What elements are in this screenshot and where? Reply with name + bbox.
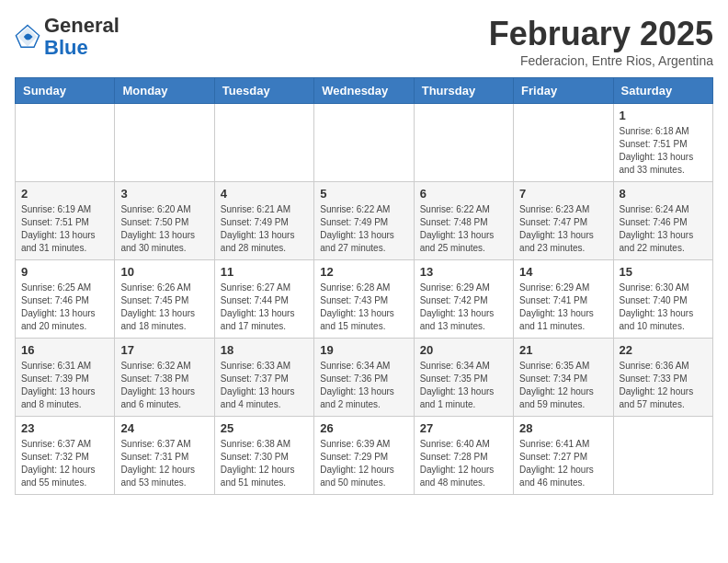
day-info: Sunrise: 6:37 AM Sunset: 7:31 PM Dayligh…: [120, 438, 208, 489]
calendar-week-row: 16Sunrise: 6:31 AM Sunset: 7:39 PM Dayli…: [16, 339, 713, 417]
month-title: February 2025: [489, 15, 713, 53]
calendar-cell: 21Sunrise: 6:35 AM Sunset: 7:34 PM Dayli…: [514, 339, 613, 417]
day-info: Sunrise: 6:18 AM Sunset: 7:51 PM Dayligh…: [620, 125, 707, 177]
calendar-cell: 13Sunrise: 6:29 AM Sunset: 7:42 PM Dayli…: [414, 260, 513, 339]
calendar-week-row: 1Sunrise: 6:18 AM Sunset: 7:51 PM Daylig…: [16, 104, 713, 182]
day-info: Sunrise: 6:29 AM Sunset: 7:42 PM Dayligh…: [420, 282, 507, 333]
location-subtitle: Federacion, Entre Rios, Argentina: [489, 53, 713, 68]
calendar-cell: 26Sunrise: 6:39 AM Sunset: 7:29 PM Dayli…: [314, 417, 414, 495]
calendar-week-row: 9Sunrise: 6:25 AM Sunset: 7:46 PM Daylig…: [16, 260, 713, 339]
day-number: 4: [221, 187, 308, 201]
day-number: 27: [420, 421, 507, 435]
calendar-cell: 17Sunrise: 6:32 AM Sunset: 7:38 PM Dayli…: [115, 339, 214, 417]
day-number: 9: [21, 265, 108, 279]
calendar-cell: 25Sunrise: 6:38 AM Sunset: 7:30 PM Dayli…: [214, 417, 313, 495]
day-number: 10: [120, 265, 208, 279]
logo-general-text: General: [44, 14, 119, 37]
day-number: 26: [320, 421, 407, 435]
calendar-week-row: 2Sunrise: 6:19 AM Sunset: 7:51 PM Daylig…: [16, 182, 713, 260]
calendar-cell: 22Sunrise: 6:36 AM Sunset: 7:33 PM Dayli…: [613, 339, 712, 417]
day-number: 15: [620, 265, 707, 279]
calendar-cell: [115, 104, 214, 182]
day-info: Sunrise: 6:24 AM Sunset: 7:46 PM Dayligh…: [620, 203, 707, 255]
calendar-cell: 18Sunrise: 6:33 AM Sunset: 7:37 PM Dayli…: [214, 339, 313, 417]
day-number: 12: [320, 265, 407, 279]
calendar-cell: 23Sunrise: 6:37 AM Sunset: 7:32 PM Dayli…: [16, 417, 115, 495]
day-info: Sunrise: 6:36 AM Sunset: 7:33 PM Dayligh…: [620, 360, 707, 411]
day-number: 14: [519, 265, 607, 279]
day-info: Sunrise: 6:40 AM Sunset: 7:28 PM Dayligh…: [420, 438, 507, 489]
day-number: 17: [120, 343, 208, 357]
day-info: Sunrise: 6:31 AM Sunset: 7:39 PM Dayligh…: [21, 360, 108, 411]
calendar-cell: 8Sunrise: 6:24 AM Sunset: 7:46 PM Daylig…: [613, 182, 712, 260]
day-number: 13: [420, 265, 507, 279]
day-number: 3: [120, 187, 208, 201]
day-info: Sunrise: 6:37 AM Sunset: 7:32 PM Dayligh…: [21, 438, 108, 489]
day-number: 5: [320, 187, 407, 201]
day-number: 8: [620, 187, 707, 201]
weekday-header-thursday: Thursday: [414, 78, 513, 104]
weekday-header-saturday: Saturday: [613, 78, 712, 104]
day-number: 28: [519, 421, 607, 435]
calendar-cell: [514, 104, 613, 182]
calendar-cell: [414, 104, 513, 182]
logo-icon: [15, 24, 40, 50]
calendar-cell: 6Sunrise: 6:22 AM Sunset: 7:48 PM Daylig…: [414, 182, 513, 260]
day-number: 6: [420, 187, 507, 201]
calendar-cell: 11Sunrise: 6:27 AM Sunset: 7:44 PM Dayli…: [214, 260, 313, 339]
day-number: 18: [221, 343, 308, 357]
day-number: 20: [420, 343, 507, 357]
calendar-cell: 16Sunrise: 6:31 AM Sunset: 7:39 PM Dayli…: [16, 339, 115, 417]
day-info: Sunrise: 6:34 AM Sunset: 7:36 PM Dayligh…: [320, 360, 407, 411]
day-number: 1: [620, 109, 707, 122]
calendar-cell: [314, 104, 414, 182]
day-info: Sunrise: 6:34 AM Sunset: 7:35 PM Dayligh…: [420, 360, 507, 411]
calendar-cell: 19Sunrise: 6:34 AM Sunset: 7:36 PM Dayli…: [314, 339, 414, 417]
calendar-cell: 2Sunrise: 6:19 AM Sunset: 7:51 PM Daylig…: [16, 182, 115, 260]
day-info: Sunrise: 6:32 AM Sunset: 7:38 PM Dayligh…: [120, 360, 208, 411]
day-info: Sunrise: 6:27 AM Sunset: 7:44 PM Dayligh…: [221, 282, 308, 333]
calendar-cell: 1Sunrise: 6:18 AM Sunset: 7:51 PM Daylig…: [613, 104, 712, 182]
day-info: Sunrise: 6:33 AM Sunset: 7:37 PM Dayligh…: [221, 360, 308, 411]
day-info: Sunrise: 6:38 AM Sunset: 7:30 PM Dayligh…: [221, 438, 308, 489]
weekday-header-monday: Monday: [115, 78, 214, 104]
day-info: Sunrise: 6:35 AM Sunset: 7:34 PM Dayligh…: [519, 360, 607, 411]
weekday-header-sunday: Sunday: [16, 78, 115, 104]
day-info: Sunrise: 6:19 AM Sunset: 7:51 PM Dayligh…: [21, 203, 108, 255]
calendar-cell: [214, 104, 313, 182]
calendar-cell: 24Sunrise: 6:37 AM Sunset: 7:31 PM Dayli…: [115, 417, 214, 495]
day-number: 22: [620, 343, 707, 357]
day-info: Sunrise: 6:41 AM Sunset: 7:27 PM Dayligh…: [519, 438, 607, 489]
calendar-table: SundayMondayTuesdayWednesdayThursdayFrid…: [15, 77, 713, 495]
day-number: 21: [519, 343, 607, 357]
calendar-cell: 7Sunrise: 6:23 AM Sunset: 7:47 PM Daylig…: [514, 182, 613, 260]
title-area: February 2025 Federacion, Entre Rios, Ar…: [489, 15, 713, 68]
calendar-cell: 27Sunrise: 6:40 AM Sunset: 7:28 PM Dayli…: [414, 417, 513, 495]
day-info: Sunrise: 6:20 AM Sunset: 7:50 PM Dayligh…: [120, 203, 208, 255]
day-info: Sunrise: 6:23 AM Sunset: 7:47 PM Dayligh…: [519, 203, 607, 255]
calendar-week-row: 23Sunrise: 6:37 AM Sunset: 7:32 PM Dayli…: [16, 417, 713, 495]
logo-blue-text: Blue: [44, 36, 88, 59]
day-number: 11: [221, 265, 308, 279]
calendar-cell: 5Sunrise: 6:22 AM Sunset: 7:49 PM Daylig…: [314, 182, 414, 260]
calendar-cell: 15Sunrise: 6:30 AM Sunset: 7:40 PM Dayli…: [613, 260, 712, 339]
day-number: 2: [21, 187, 108, 201]
day-info: Sunrise: 6:30 AM Sunset: 7:40 PM Dayligh…: [620, 282, 707, 333]
day-info: Sunrise: 6:26 AM Sunset: 7:45 PM Dayligh…: [120, 282, 208, 333]
day-info: Sunrise: 6:22 AM Sunset: 7:49 PM Dayligh…: [320, 203, 407, 255]
weekday-header-wednesday: Wednesday: [314, 78, 414, 104]
calendar-cell: 28Sunrise: 6:41 AM Sunset: 7:27 PM Dayli…: [514, 417, 613, 495]
weekday-header-row: SundayMondayTuesdayWednesdayThursdayFrid…: [16, 78, 713, 104]
calendar-cell: [613, 417, 712, 495]
calendar-cell: 10Sunrise: 6:26 AM Sunset: 7:45 PM Dayli…: [115, 260, 214, 339]
weekday-header-tuesday: Tuesday: [214, 78, 313, 104]
calendar-cell: [16, 104, 115, 182]
day-number: 16: [21, 343, 108, 357]
day-info: Sunrise: 6:22 AM Sunset: 7:48 PM Dayligh…: [420, 203, 507, 255]
day-info: Sunrise: 6:39 AM Sunset: 7:29 PM Dayligh…: [320, 438, 407, 489]
day-info: Sunrise: 6:21 AM Sunset: 7:49 PM Dayligh…: [221, 203, 308, 255]
logo: General Blue: [15, 15, 119, 59]
day-number: 24: [120, 421, 208, 435]
day-number: 7: [519, 187, 607, 201]
day-info: Sunrise: 6:25 AM Sunset: 7:46 PM Dayligh…: [21, 282, 108, 333]
